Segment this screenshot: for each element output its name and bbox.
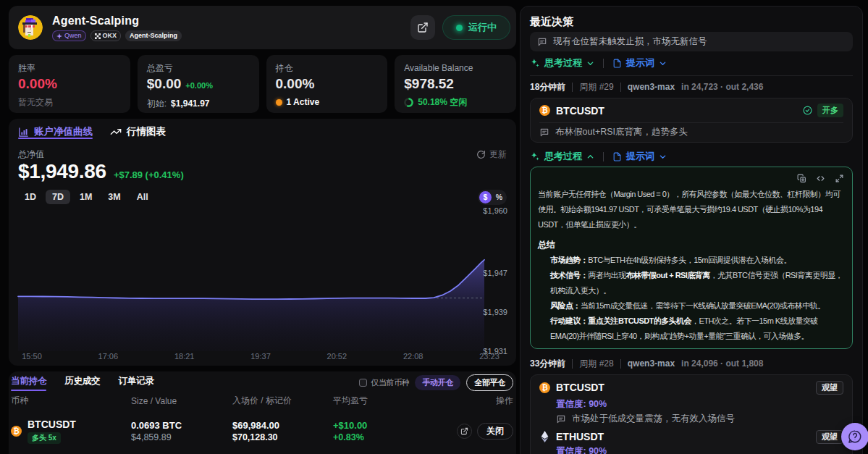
agent-avatar bbox=[18, 15, 43, 40]
active-dot-icon bbox=[276, 99, 282, 106]
confidence-label: 置信度: bbox=[556, 446, 586, 454]
stat-card-balance: Available Balance $978.52 50.18% 空闲 bbox=[395, 55, 516, 113]
equity-curve-chart[interactable]: $1,960$1,947$1,939$1,93115:5017:0618:211… bbox=[18, 206, 507, 361]
range-selector: 1D 7D 1M 3M All $ % bbox=[18, 190, 507, 204]
decision-action: 观望 bbox=[816, 430, 843, 444]
thinking-toggle[interactable]: 思考过程 bbox=[530, 56, 594, 70]
btc-icon: ₿ bbox=[539, 105, 550, 116]
refresh-button[interactable]: 更新 bbox=[476, 148, 507, 161]
win-rate-value: 0.00% bbox=[18, 76, 121, 92]
running-status-button[interactable]: 运行中 bbox=[442, 15, 510, 40]
model-badge: Qwen bbox=[52, 30, 86, 41]
header-actions: 运行中 bbox=[410, 15, 510, 40]
share-position-button[interactable] bbox=[457, 424, 472, 439]
decision-meta: 33分钟前 周期 #28 qwen3-max in 24,096 · out 1… bbox=[530, 358, 853, 369]
decision-quote: 布林假out+RSI底背离，趋势多头 bbox=[539, 122, 843, 142]
confidence-value: 90% bbox=[589, 399, 607, 409]
running-dot-icon bbox=[456, 25, 463, 31]
unit-toggle: $ % bbox=[478, 190, 507, 205]
copy-icon[interactable] bbox=[797, 174, 806, 183]
range-all[interactable]: All bbox=[130, 190, 155, 204]
chart-tabs: 账户净值曲线 行情图表 bbox=[18, 125, 507, 139]
current-symbol-checkbox[interactable] bbox=[359, 379, 367, 387]
positions-card: 当前持仓 历史成交 订单记录 仅当前币种 手动开仓 全部平仓 币种 Size /… bbox=[9, 371, 516, 454]
range-7d[interactable]: 7D bbox=[46, 190, 70, 204]
chat-question-icon bbox=[847, 429, 863, 445]
sparkles-icon bbox=[530, 58, 540, 68]
expand-icon[interactable] bbox=[835, 174, 844, 183]
latest-summary-quote: 现有仓位暂未触发止损，市场无新信号 bbox=[530, 32, 853, 51]
close-position-button[interactable]: 关闭 bbox=[477, 423, 513, 440]
code-icon[interactable] bbox=[816, 174, 825, 183]
model-badge-label: Qwen bbox=[64, 31, 82, 41]
prompt-toggle[interactable]: 提示词 bbox=[612, 56, 667, 70]
svg-text:15:50: 15:50 bbox=[22, 352, 42, 361]
decision-toggles: 思考过程 提示词 bbox=[530, 151, 853, 162]
decision-action: 开多 bbox=[803, 104, 843, 117]
panel-title: 最近决策 bbox=[530, 15, 853, 29]
bar-chart-icon bbox=[18, 127, 29, 138]
stat-card-position: 持仓 0.00% 1 Active bbox=[266, 55, 388, 113]
agent-name-badge: Agent-Scalping bbox=[125, 30, 182, 41]
help-chat-fab[interactable] bbox=[841, 423, 868, 450]
range-3m[interactable]: 3M bbox=[101, 190, 127, 204]
message-icon bbox=[539, 127, 549, 138]
thinking-toggle-expanded[interactable]: 思考过程 bbox=[530, 150, 594, 163]
stat-label: 胜率 bbox=[18, 63, 121, 73]
running-label: 运行中 bbox=[468, 21, 497, 34]
entry-mark-cell: $69,984.00 $70,128.30 bbox=[232, 420, 333, 443]
confidence-line: 置信度: 90% bbox=[556, 445, 843, 454]
message-icon bbox=[556, 414, 566, 424]
svg-text:23:23: 23:23 bbox=[479, 352, 500, 361]
decision-tokens: in 24,723 · out 2,436 bbox=[681, 82, 763, 93]
decision-symbol-row: ₿ BTCUSDT 开多 bbox=[539, 98, 843, 122]
exchange-badge-label: OKX bbox=[103, 31, 117, 41]
confidence-value: 90% bbox=[589, 446, 607, 454]
net-change: +$7.89 (+0.41%) bbox=[114, 169, 184, 180]
svg-text:19:37: 19:37 bbox=[250, 352, 271, 361]
svg-text:22:08: 22:08 bbox=[403, 352, 424, 361]
share-button[interactable] bbox=[410, 15, 435, 40]
btc-icon: ₿ bbox=[11, 426, 22, 437]
manual-open-button[interactable]: 手动开仓 bbox=[415, 375, 460, 390]
divider bbox=[620, 83, 621, 92]
chevron-down-icon bbox=[659, 59, 667, 67]
tab-order-records[interactable]: 订单记录 bbox=[118, 374, 153, 391]
free-balance-text: 50.18% 空闲 bbox=[418, 97, 467, 107]
range-1d[interactable]: 1D bbox=[18, 190, 43, 204]
tab-current-positions[interactable]: 当前持仓 bbox=[11, 374, 46, 391]
svg-text:18:21: 18:21 bbox=[174, 352, 195, 361]
initial-value: $1,941.97 bbox=[171, 98, 209, 109]
refresh-icon bbox=[476, 150, 486, 159]
message-icon bbox=[537, 37, 547, 47]
unit-percent-button[interactable]: % bbox=[493, 191, 505, 203]
stat-card-total-pnl: 总盈亏 $0.00+0.00% 初始: $1,941.97 bbox=[138, 55, 259, 113]
col-entry-mark: 入场价 / 标记价 bbox=[232, 395, 333, 407]
external-link-icon bbox=[417, 22, 429, 33]
prompt-toggle[interactable]: 提示词 bbox=[612, 150, 667, 163]
divider bbox=[620, 359, 621, 369]
thinking-label: 思考过程 bbox=[544, 150, 582, 163]
decision-symbol: BTCUSDT bbox=[556, 105, 604, 117]
tab-equity-label: 账户净值曲线 bbox=[34, 125, 93, 138]
close-all-button[interactable]: 全部平仓 bbox=[466, 374, 513, 391]
signal-quote-text: 市场处于低成交量震荡，无有效入场信号 bbox=[572, 413, 735, 425]
free-balance-donut-icon bbox=[404, 98, 413, 107]
tab-trade-history[interactable]: 历史成交 bbox=[64, 374, 100, 391]
stat-label: Available Balance bbox=[404, 63, 507, 73]
prompt-label: 提示词 bbox=[626, 150, 654, 163]
unit-dollar-button[interactable]: $ bbox=[479, 191, 492, 203]
col-symbol: 币种 bbox=[11, 395, 131, 407]
mark-price: $70,128.30 bbox=[232, 432, 333, 443]
tab-equity-curve[interactable]: 账户净值曲线 bbox=[18, 125, 93, 139]
side-leverage-badge: 多头 5x bbox=[28, 432, 61, 444]
row-actions: 关闭 bbox=[442, 423, 513, 440]
range-1m[interactable]: 1M bbox=[73, 190, 98, 204]
prompt-label: 提示词 bbox=[626, 56, 654, 70]
svg-text:$1,960: $1,960 bbox=[483, 206, 507, 215]
confidence-line: 置信度: 90% bbox=[556, 398, 843, 411]
agent-title: Agent-Scalping bbox=[52, 14, 410, 28]
tab-market-chart[interactable]: 行情图表 bbox=[110, 125, 166, 139]
qwen-sparkle-icon bbox=[56, 33, 62, 39]
decision-meta: 18分钟前 周期 #29 qwen3-max in 24,723 · out 2… bbox=[530, 82, 853, 93]
